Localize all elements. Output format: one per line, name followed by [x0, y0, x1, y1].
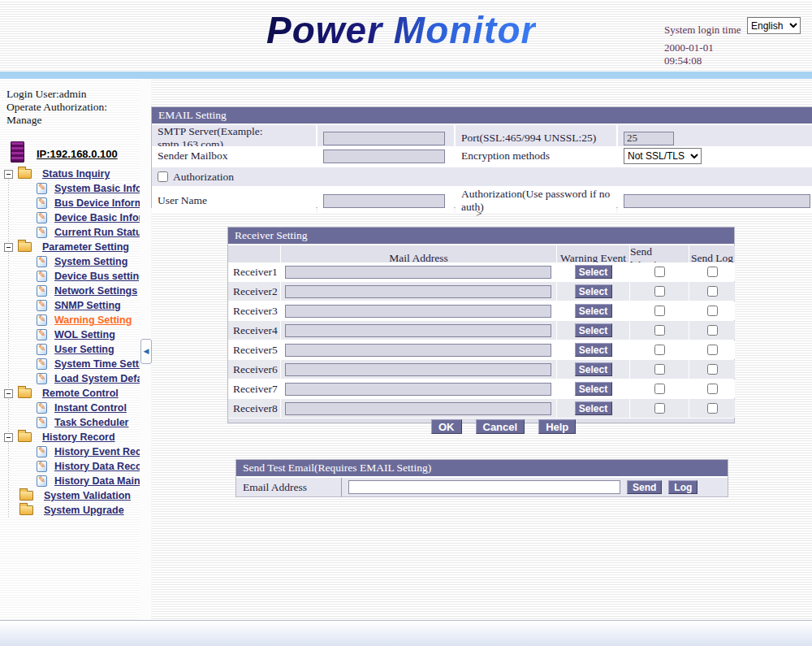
receiver-7-mail-input[interactable]: [285, 383, 551, 396]
sidebar-collapse-handle[interactable]: ◀: [140, 339, 152, 364]
tree-link-warning-setting[interactable]: Warning Setting: [54, 314, 132, 326]
tree-link-system-setting[interactable]: System Setting: [54, 256, 127, 267]
folder-icon: [19, 491, 33, 501]
tree-link-system-basic-inform[interactable]: System Basic Inform: [54, 183, 140, 194]
receiver-4-send-warning-checkbox[interactable]: [654, 325, 665, 336]
receiver-label-3: Receiver3: [228, 301, 280, 320]
receiver-row-6: Receiver6Select: [228, 360, 734, 379]
folder-icon: [18, 432, 32, 442]
receiver-label-5: Receiver5: [228, 340, 280, 359]
tree-link-history-data-record[interactable]: History Data Record: [54, 461, 140, 472]
receiver-4-send-log-checkbox[interactable]: [707, 325, 718, 336]
tree-expander-icon[interactable]: [4, 243, 13, 252]
tree-expander-icon[interactable]: [4, 389, 13, 398]
tree-link-system-upgrade[interactable]: System Upgrade: [44, 505, 124, 516]
tree-link-current-run-status[interactable]: Current Run Status: [54, 227, 140, 238]
tree-link-device-bus-setting[interactable]: Device Bus setting: [54, 271, 140, 282]
receiver-4-select-button[interactable]: Select: [575, 323, 612, 337]
form-buttons: OK Cancel Help: [431, 419, 576, 434]
receiver-1-send-log-checkbox[interactable]: [707, 267, 718, 277]
sidebar-item-status-inquiry: Status Inquiry: [0, 167, 140, 181]
receiver-row-1: Receiver1Select: [228, 262, 734, 281]
receiver-7-send-log-checkbox[interactable]: [707, 384, 718, 394]
receiver-6-send-log-checkbox[interactable]: [707, 364, 718, 375]
sidebar-item-device-basic-inform: Device Basic Inform: [0, 210, 140, 225]
receiver-1-mail-input[interactable]: [285, 266, 551, 279]
receiver-5-select-button[interactable]: Select: [575, 343, 612, 357]
smtp-server-input[interactable]: [323, 132, 445, 145]
authorization-checkbox[interactable]: [158, 171, 168, 182]
receiver-6-mail-input[interactable]: [285, 363, 551, 376]
cancel-button[interactable]: Cancel: [476, 419, 525, 434]
receiver-1-select-button[interactable]: Select: [575, 265, 612, 279]
receiver-3-send-log-checkbox[interactable]: [707, 306, 718, 316]
folder-icon: [19, 505, 33, 515]
receiver-8-select-button[interactable]: Select: [575, 401, 612, 415]
tree-expander-icon[interactable]: [4, 433, 13, 442]
folder-icon: [18, 388, 32, 398]
auth-password-input[interactable]: [624, 194, 810, 208]
receiver-5-send-warning-checkbox[interactable]: [654, 345, 665, 355]
sidebar-item-device-bus-setting: Device Bus setting: [0, 269, 140, 284]
receiver-2-mail-input[interactable]: [285, 285, 551, 298]
ok-button[interactable]: OK: [431, 419, 462, 434]
receiver-4-mail-input[interactable]: [285, 324, 551, 337]
tree-link-wol-setting[interactable]: WOL Setting: [54, 329, 115, 340]
receiver-2-send-warning-checkbox[interactable]: [654, 286, 665, 297]
tree-link-history-data-mainte[interactable]: History Data Mainte: [54, 475, 140, 487]
receiver-3-send-warning-checkbox[interactable]: [654, 306, 665, 316]
login-clock: 09:54:08: [664, 54, 702, 67]
language-select[interactable]: English: [747, 17, 801, 34]
receiver-8-mail-input[interactable]: [285, 402, 551, 415]
sidebar-item-current-run-status: Current Run Status: [0, 225, 140, 240]
receiver-8-send-warning-checkbox[interactable]: [654, 403, 665, 414]
test-email-input[interactable]: [348, 480, 620, 494]
sender-mailbox-label: Sender Mailbox: [152, 146, 316, 166]
receiver-3-select-button[interactable]: Select: [575, 304, 612, 318]
header: Power Monitor System login time 2000-01-…: [0, 0, 812, 72]
receiver-6-send-warning-checkbox[interactable]: [654, 364, 665, 375]
sender-mailbox-input[interactable]: [323, 150, 445, 163]
tree-link-system-validation[interactable]: System Validation: [44, 490, 131, 501]
receiver-2-send-log-checkbox[interactable]: [707, 286, 718, 297]
receiver-row-3: Receiver3Select: [228, 301, 734, 320]
tree-link-remote-control[interactable]: Remote Control: [42, 388, 119, 399]
tree-link-parameter-setting[interactable]: Parameter Setting: [42, 241, 129, 253]
tree-link-system-time-setting[interactable]: System Time Setting: [54, 358, 140, 370]
receiver-3-mail-input[interactable]: [285, 305, 551, 318]
tree-link-bus-device-informat[interactable]: Bus Device Informat: [54, 197, 140, 209]
receiver-1-send-warning-checkbox[interactable]: [654, 267, 665, 277]
receiver-7-select-button[interactable]: Select: [575, 382, 612, 396]
encryption-select[interactable]: Not SSL/TLS: [624, 148, 702, 164]
user-name-input[interactable]: [323, 194, 445, 208]
log-button[interactable]: Log: [668, 480, 698, 494]
receiver-5-mail-input[interactable]: [285, 344, 551, 357]
tree-link-instant-control[interactable]: Instant Control: [54, 402, 127, 414]
receiver-5-send-log-checkbox[interactable]: [707, 345, 718, 355]
tree-link-history-record[interactable]: History Record: [42, 431, 115, 443]
tree-link-snmp-setting[interactable]: SNMP Setting: [54, 300, 121, 311]
sidebar-item-system-setting: System Setting: [0, 254, 140, 269]
tree-expander-icon[interactable]: [4, 170, 13, 179]
tree-link-load-system-defau[interactable]: Load System Defau: [54, 373, 140, 384]
receiver-2-select-button[interactable]: Select: [575, 284, 612, 298]
tree-link-history-event-recor[interactable]: History Event Recor: [54, 446, 140, 457]
ip-link[interactable]: IP:192.168.0.100: [37, 148, 118, 160]
tree-link-network-settings[interactable]: Network Settings: [54, 285, 137, 297]
edit-page-icon: [37, 314, 47, 326]
port-input[interactable]: [624, 132, 674, 145]
send-button[interactable]: Send: [627, 480, 662, 494]
help-button[interactable]: Help: [538, 419, 576, 434]
tree-link-task-scheduler[interactable]: Task Scheduler: [54, 417, 128, 428]
sidebar-item-system-upgrade: System Upgrade: [0, 503, 140, 518]
receiver-6-select-button[interactable]: Select: [575, 362, 612, 376]
receiver-7-send-warning-checkbox[interactable]: [654, 384, 665, 394]
sidebar-tree: Status InquirySystem Basic InformBus Dev…: [0, 167, 140, 518]
receiver-8-send-log-checkbox[interactable]: [707, 403, 718, 414]
sender-row: Sender Mailbox Encryption methods Not SS…: [152, 146, 812, 166]
tree-link-user-setting[interactable]: User Setting: [54, 344, 114, 355]
tree-link-status-inquiry[interactable]: Status Inquiry: [42, 168, 110, 180]
tree-link-device-basic-inform[interactable]: Device Basic Inform: [54, 212, 140, 223]
encryption-methods-label: Encryption methods: [456, 146, 616, 166]
receiver-row-8: Receiver8Select: [228, 399, 734, 418]
